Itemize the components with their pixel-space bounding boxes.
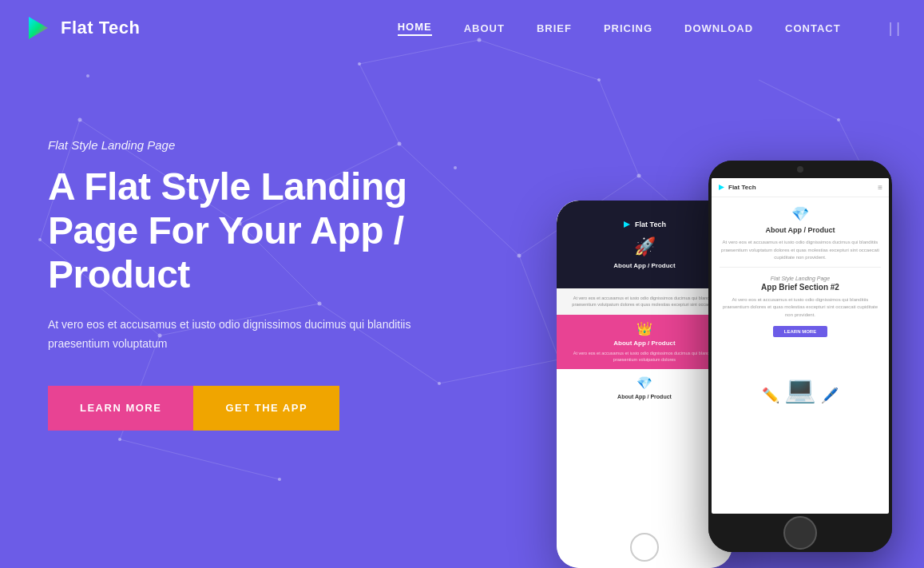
svg-marker-46 <box>29 17 48 39</box>
crown-icon: 👑 <box>636 321 652 336</box>
nav-brief[interactable]: BRIEF <box>537 22 572 34</box>
svg-line-12 <box>519 256 559 359</box>
hero-section: Flat Tech HOME ABOUT BRIEF PRICING DOWNL… <box>0 0 924 568</box>
phone-white-s3-title: About App / Product <box>617 394 672 399</box>
nav-home[interactable]: HOME <box>398 21 432 36</box>
nav-download[interactable]: DOWNLOAD <box>684 22 753 34</box>
phone-black-s2-title: App Brief Section #2 <box>720 283 881 292</box>
diamond-icon: 💎 <box>636 375 652 391</box>
svg-marker-47 <box>624 221 630 228</box>
phone-white-s2-text: At vero eos et accusamus et iusto odio d… <box>563 350 726 363</box>
learn-more-button[interactable]: LEARN MORE <box>48 386 193 431</box>
phone-white-s3: 💎 About App / Product <box>557 369 732 406</box>
phone-black-header: Flat Tech ≡ <box>712 178 889 197</box>
phone-black-s1: 💎 About App / Product At vero eos et acc… <box>712 197 889 267</box>
phone-white: Flat Tech 🚀 About App / Product At vero … <box>557 201 732 568</box>
phone-black-home-area <box>708 514 892 552</box>
rocket-icon: 🚀 <box>634 236 656 257</box>
phone-white-s2-title: About App / Product <box>613 340 675 347</box>
svg-point-44 <box>86 74 89 77</box>
nav-contact[interactable]: CONTACT <box>785 22 841 34</box>
pen-icon: ✏️ <box>762 387 779 404</box>
bottle-icon: 🖊️ <box>821 387 839 404</box>
svg-point-23 <box>78 118 82 122</box>
get-app-button[interactable]: GET THE APP <box>193 386 339 431</box>
hero-title: A Flat Style Landing Page For Your App /… <box>48 164 487 296</box>
svg-line-22 <box>759 80 839 120</box>
phone-black-menu-icon: ≡ <box>878 183 882 192</box>
svg-marker-48 <box>719 185 724 190</box>
phone-play-icon <box>623 220 631 228</box>
camera-icon <box>797 166 803 173</box>
hero-description: At vero eos et accusamus et iusto odio d… <box>48 316 447 354</box>
svg-point-26 <box>518 254 521 258</box>
phone-black-screen: Flat Tech ≡ 💎 About App / Product At ver… <box>712 178 889 514</box>
phone-black-logo: Flat Tech <box>728 184 756 191</box>
nav-pricing[interactable]: PRICING <box>604 22 652 34</box>
hero-content: Flat Style Landing Page A Flat Style Lan… <box>48 137 487 430</box>
phone-black-s2: Flat Style Landing Page App Brief Sectio… <box>712 268 889 352</box>
hero-buttons: LEARN MORE GET THE APP <box>48 386 487 431</box>
svg-point-28 <box>38 238 42 241</box>
svg-line-15 <box>359 64 399 144</box>
nav-about[interactable]: ABOUT <box>464 22 505 34</box>
phone-black-laptop-section: ✏️ 💻 🖊️ <box>712 352 889 407</box>
nav-divider: | | <box>889 20 900 37</box>
brand-name: Flat Tech <box>61 18 140 38</box>
phone-black-play-icon <box>718 184 725 191</box>
phone-black-diamond-icon: 💎 <box>720 205 881 223</box>
navbar: Flat Tech HOME ABOUT BRIEF PRICING DOWNL… <box>0 0 924 56</box>
phone-black-s1-title: About App / Product <box>720 226 881 234</box>
phone-notch <box>708 161 892 178</box>
logo[interactable]: Flat Tech <box>24 14 140 42</box>
phone-black-home-btn <box>783 516 817 550</box>
play-icon <box>24 14 53 42</box>
phone-white-s1-text: At vero eos et accusamus et iusto odio d… <box>563 295 726 308</box>
phone-black-s2-text: At vero eos et accusamus et iusto odio d… <box>720 296 881 320</box>
phone-white-logo: Flat Tech <box>635 220 666 228</box>
phone-black-s2-subtitle: Flat Style Landing Page <box>720 276 881 281</box>
phone-black-learn-btn[interactable]: LEARN MORE <box>773 326 827 337</box>
phone-white-home-btn <box>630 533 659 562</box>
svg-point-40 <box>278 478 281 481</box>
svg-line-20 <box>120 439 280 479</box>
svg-point-39 <box>118 438 121 441</box>
phone-black: Flat Tech ≡ 💎 About App / Product At ver… <box>708 161 892 552</box>
svg-point-36 <box>358 62 361 66</box>
phone-white-s1-title: About App / Product <box>613 262 675 269</box>
nav-links: HOME ABOUT BRIEF PRICING DOWNLOAD CONTAC… <box>398 20 900 37</box>
hero-subtitle: Flat Style Landing Page <box>48 137 487 151</box>
phone-white-header: Flat Tech 🚀 About App / Product <box>557 201 732 288</box>
phone-white-s1-body: At vero eos et accusamus et iusto odio d… <box>557 288 732 315</box>
phone-black-s1-text: At vero eos et accusamus et iusto odio d… <box>720 239 881 262</box>
phones-container: Flat Tech 🚀 About App / Product At vero … <box>557 121 892 568</box>
phone-white-s2: 👑 About App / Product At vero eos et acc… <box>557 315 732 370</box>
svg-point-38 <box>597 78 601 81</box>
laptop-icon: 💻 <box>784 374 816 404</box>
